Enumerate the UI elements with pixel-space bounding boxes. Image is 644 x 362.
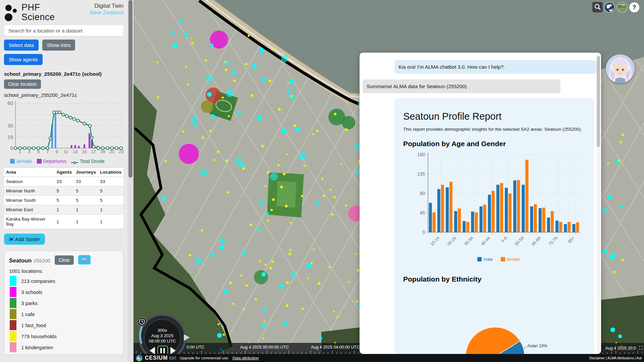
pause-icon bbox=[160, 348, 162, 353]
locations-count: 1001 locations: bbox=[9, 268, 118, 274]
search-icon bbox=[592, 2, 603, 12]
table-row[interactable]: Karaka Bay-Worser Bay111 bbox=[4, 215, 123, 229]
kindergarten-swatch bbox=[10, 342, 16, 352]
fullscreen-icon[interactable]: ⛶ bbox=[639, 345, 643, 351]
svg-text:40-44: 40-44 bbox=[480, 236, 491, 247]
clear-location-button[interactable]: Clear location bbox=[4, 79, 41, 89]
imagery-picker-button[interactable] bbox=[604, 2, 615, 14]
cesium-credit-bar: CESIUM ion Upgrade for commercial use. D… bbox=[133, 354, 644, 362]
svg-text:19: 19 bbox=[100, 149, 105, 154]
search-button[interactable] bbox=[592, 2, 603, 12]
current-date: Aug 3 2025 bbox=[151, 333, 174, 338]
list-item: 1 fast_food bbox=[9, 320, 118, 330]
svg-text:180: 180 bbox=[417, 152, 425, 157]
speed-multiplier: 300x bbox=[158, 328, 167, 333]
upgrade-text: Upgrade for commercial use. bbox=[180, 356, 229, 360]
svg-text:13: 13 bbox=[73, 149, 77, 154]
area-summary-table: Area Agents Journeys Locations Seatoun33… bbox=[4, 167, 123, 229]
chat-scrollbar-thumb[interactable] bbox=[597, 56, 600, 147]
cafe-swatch bbox=[10, 309, 16, 319]
svg-text:15: 15 bbox=[82, 149, 87, 154]
schools-swatch bbox=[10, 287, 16, 297]
cesium-logo-text[interactable]: CESIUM bbox=[145, 355, 168, 361]
table-row[interactable]: Miramar North555 bbox=[4, 186, 123, 196]
list-item: 3 parks bbox=[9, 298, 118, 308]
brand-line1: PHF bbox=[21, 3, 55, 12]
ethnicity-pie-chart: Asian 10% bbox=[441, 319, 586, 354]
svg-text:1: 1 bbox=[19, 149, 21, 154]
area-code: 255200 bbox=[34, 258, 50, 263]
svg-text:11: 11 bbox=[64, 149, 68, 154]
location-activity-chart: 60301501357911131517192123 bbox=[4, 99, 126, 156]
svg-text:135: 135 bbox=[417, 171, 425, 177]
svg-text:55-59: 55-59 bbox=[514, 236, 525, 247]
app-screen: PHF Science Digital Twin New Zealand Sel… bbox=[0, 0, 644, 362]
list-item: 779 households bbox=[9, 331, 118, 341]
age-gender-chart: 0459013518010-1420-2430-3440-445-955-596… bbox=[414, 150, 583, 254]
spider-icon bbox=[9, 237, 14, 242]
help-button[interactable]: ? bbox=[629, 2, 639, 12]
cesium-ion-text[interactable]: ion bbox=[169, 355, 176, 361]
svg-text:30: 30 bbox=[7, 123, 13, 128]
table-header-row: Area Agents Journeys Locations bbox=[4, 168, 123, 177]
satellite-globe-icon bbox=[617, 2, 628, 13]
fastfood-swatch bbox=[10, 320, 16, 330]
sidebar-scrollbar[interactable] bbox=[127, 0, 133, 362]
phf-logo-icon bbox=[4, 4, 19, 22]
search-input[interactable] bbox=[4, 25, 123, 36]
list-item: 1 kindergarten bbox=[9, 342, 118, 352]
table-row[interactable]: Miramar South555 bbox=[4, 196, 123, 205]
section-age-gender: Population by Age and Gender bbox=[403, 140, 590, 148]
companies-swatch bbox=[10, 276, 16, 286]
svg-text:75-79: 75-79 bbox=[548, 236, 559, 247]
shuttle-pointer[interactable] bbox=[184, 334, 190, 341]
seatoun-area-card: Seatoun255200 Clear 1001 locations: 213 … bbox=[4, 251, 123, 355]
area-name: Seatoun bbox=[9, 257, 32, 264]
age-gender-legend: male female bbox=[414, 257, 583, 262]
robot-icon bbox=[82, 257, 87, 262]
terrain-picker-button[interactable] bbox=[617, 2, 628, 14]
table-row[interactable]: Miramar East111 bbox=[4, 205, 123, 215]
svg-text:Asian 10%: Asian 10% bbox=[527, 344, 547, 348]
timeline-current-label: Aug 4 2025 20:0 bbox=[605, 346, 636, 351]
list-item: 1 cafe bbox=[9, 309, 118, 319]
report-bubble: Seatoun Profile Report This report provi… bbox=[394, 98, 594, 354]
svg-text:85+: 85+ bbox=[567, 236, 576, 244]
cesium-logo-icon bbox=[136, 354, 143, 362]
footer-links[interactable]: Disclaimer | ALMA Attributions | Ask bbox=[589, 356, 642, 360]
select-data-button[interactable]: Select data bbox=[4, 40, 39, 51]
svg-text:20-24: 20-24 bbox=[446, 236, 458, 247]
female-swatch bbox=[501, 257, 505, 261]
location-name: school_primary_255200_2e471c bbox=[4, 92, 123, 98]
report-intro: This report provides demographic insight… bbox=[403, 127, 590, 132]
show-intro-button[interactable]: Show intro bbox=[42, 40, 75, 51]
chatbot-button[interactable] bbox=[78, 255, 91, 264]
current-time: 08:00:00 UTC bbox=[149, 339, 176, 344]
male-swatch bbox=[477, 257, 482, 261]
total-onsite-marker bbox=[71, 162, 78, 164]
avatar-image bbox=[606, 54, 635, 83]
add-spider-button[interactable]: Add Spider bbox=[4, 234, 45, 245]
app-subtitle: New Zealand bbox=[90, 9, 123, 16]
list-item: 3 schools bbox=[9, 287, 118, 297]
activity-chart-legend: Arrivals Departures Total Onsite bbox=[10, 159, 123, 164]
table-row[interactable]: Seatoun333333 bbox=[4, 177, 123, 186]
data-attribution-link[interactable]: Data attribution bbox=[232, 356, 259, 360]
user-message: Summarise ALMA data for Seatoun (255200) bbox=[363, 79, 560, 93]
help-icon: ? bbox=[633, 4, 636, 11]
chat-scrollbar[interactable] bbox=[597, 54, 600, 353]
sidebar-scrollbar-thumb[interactable] bbox=[128, 0, 132, 178]
avatar[interactable] bbox=[606, 54, 635, 83]
app-title: Digital Twin bbox=[90, 3, 123, 9]
svg-text:5: 5 bbox=[37, 149, 40, 154]
section-ethnicity: Population by Ethnicity bbox=[403, 275, 590, 283]
svg-text:65-69: 65-69 bbox=[531, 236, 542, 247]
globe-icon bbox=[604, 2, 615, 13]
show-agents-button[interactable]: Show agents bbox=[4, 54, 43, 65]
list-item: 213 companies bbox=[9, 276, 118, 286]
svg-text:9: 9 bbox=[56, 149, 58, 154]
arrivals-swatch bbox=[10, 159, 15, 164]
svg-text:17: 17 bbox=[91, 149, 96, 154]
svg-text:10-14: 10-14 bbox=[429, 236, 440, 247]
clear-area-button[interactable]: Clear bbox=[55, 255, 74, 265]
